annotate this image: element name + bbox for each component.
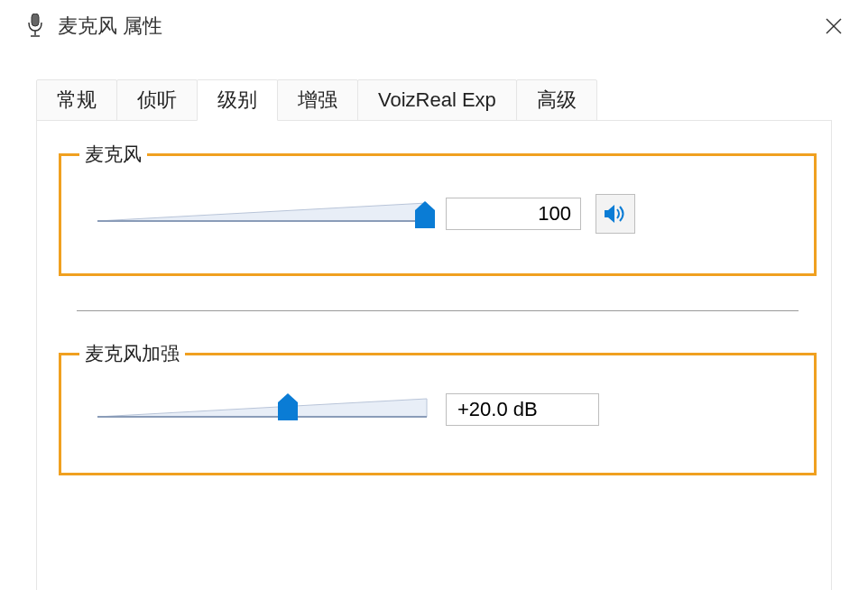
tab-general[interactable]: 常规 [36,79,117,121]
microphone-volume-value[interactable]: 100 [446,198,581,230]
boost-slider-row: +20.0 dB [97,393,796,426]
tab-levels[interactable]: 级别 [197,79,278,121]
svg-rect-0 [32,14,39,26]
tab-content-levels: 麦克风 100 [36,120,832,590]
microphone-boost-value: +20.0 dB [446,393,599,426]
tab-advanced[interactable]: 高级 [516,79,597,121]
microphone-boost-slider[interactable] [97,393,431,426]
tab-listen[interactable]: 侦听 [116,79,198,121]
volume-slider-thumb[interactable] [415,198,435,226]
microphone-volume-group: 麦克风 100 [59,153,817,276]
close-icon [826,18,842,34]
boost-slider-thumb[interactable] [278,393,298,422]
close-button[interactable] [816,8,852,44]
divider [77,310,799,311]
microphone-label: 麦克风 [79,142,147,167]
microphone-slider-row: 100 [97,194,796,234]
tab-voizreal[interactable]: VoizReal Exp [357,79,517,121]
window-title: 麦克风 属性 [58,13,162,40]
microphone-volume-slider[interactable] [97,198,431,230]
mute-button[interactable] [596,194,635,234]
titlebar: 麦克风 属性 [0,0,868,52]
microphone-boost-group: 麦克风加强 +20.0 dB [59,353,817,475]
speaker-icon [604,204,627,224]
tab-enhance[interactable]: 增强 [277,79,358,121]
svg-marker-5 [97,203,427,221]
tab-strip: 常规 侦听 级别 增强 VoizReal Exp 高级 [36,78,868,121]
microphone-icon [25,13,45,40]
boost-label: 麦克风加强 [79,341,185,366]
svg-marker-7 [97,399,427,417]
properties-window: 麦克风 属性 常规 侦听 级别 增强 VoizReal Exp 高级 麦克风 [0,0,868,590]
title-left: 麦克风 属性 [25,13,162,40]
group-border-extension [814,171,841,259]
